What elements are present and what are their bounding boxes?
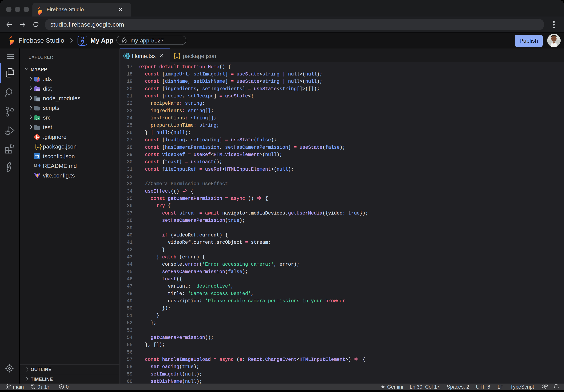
svg-text:M: M bbox=[34, 163, 37, 168]
svg-text:TS: TS bbox=[35, 155, 39, 158]
